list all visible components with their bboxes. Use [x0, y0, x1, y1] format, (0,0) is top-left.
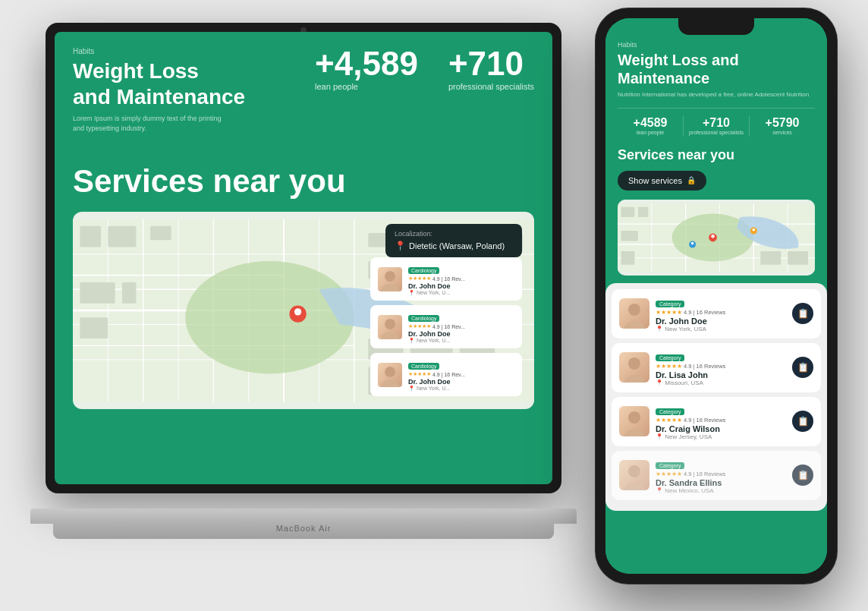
svg-point-16: [185, 261, 354, 373]
iphone-doctor-info-2: Category ★★★★★ 4.9 | 16 Reviews Dr. Lisa…: [656, 349, 786, 386]
svg-rect-54: [621, 231, 637, 241]
svg-rect-19: [150, 226, 171, 241]
iphone-doctor-rating-3: ★★★★★ 4.9 | 16 Reviews: [656, 417, 786, 424]
doctor-tag-laptop-2: Cardiology: [408, 315, 439, 322]
iphone-doctor-avatar-4: [619, 460, 649, 490]
doctor-name-laptop-1: Dr. John Doe: [408, 282, 514, 290]
iphone-stat-1: +4589 lean people: [618, 116, 684, 136]
doctor-location-laptop-2: 📍 New York, U...: [408, 338, 514, 344]
iphone-book-btn-4[interactable]: 📋: [792, 465, 813, 486]
doctor-rating-laptop-2: ★★★★★ 4.9 | 16 Rev...: [408, 323, 514, 329]
svg-point-70: [628, 465, 640, 477]
iphone-doctor-card-4[interactable]: Category ★★★★★ 4.9 | 16 Reviews Dr. Sand…: [612, 451, 821, 500]
doctor-avatar-laptop-1: [378, 267, 402, 291]
svg-point-65: [624, 321, 645, 329]
iphone-doctor-card-3[interactable]: Category ★★★★★ 4.9 | 16 Reviews Dr. Crai…: [612, 397, 821, 446]
svg-point-36: [385, 271, 395, 282]
iphone-doctor-avatar-3: [619, 406, 649, 436]
svg-point-61: [753, 228, 756, 231]
doctor-avatar-laptop-3: [378, 363, 402, 387]
map-popup: Localization: 📍 Dietetic (Warsaw, Poland…: [385, 224, 522, 257]
doctor-rating-laptop-1: ★★★★★ 4.9 | 16 Rev...: [408, 276, 514, 282]
iphone-book-btn-1[interactable]: 📋: [792, 303, 813, 324]
svg-point-35: [294, 309, 301, 316]
iphone-doctor-card-1[interactable]: Category ★★★★★ 4.9 | 16 Reviews Dr. John…: [612, 289, 821, 339]
iphone-title: Weight Loss and Maintenance: [618, 51, 815, 87]
doctor-avatar-laptop-2: [378, 315, 402, 339]
iphone-book-btn-2[interactable]: 📋: [792, 357, 813, 378]
svg-point-37: [381, 284, 399, 291]
svg-point-59: [711, 235, 714, 238]
doctor-card-laptop-2: Cardiology ★★★★★ 4.9 | 16 Rev... Dr. Joh…: [370, 305, 522, 348]
iphone-doctor-name-2: Dr. Lisa John: [656, 370, 786, 380]
laptop-description: Lorem Ipsum is simply dummy text of the …: [73, 114, 225, 133]
laptop-habits-label: Habits: [73, 47, 245, 55]
svg-rect-18: [108, 226, 136, 247]
show-services-button[interactable]: Show services 🔒: [618, 171, 706, 191]
map-pin-icon: 📍: [395, 241, 406, 251]
doctor-name-laptop-2: Dr. John Doe: [408, 330, 514, 338]
doctor-location-laptop-1: 📍 New York, U...: [408, 290, 514, 296]
svg-point-71: [624, 483, 645, 490]
doctor-name-laptop-3: Dr. John Doe: [408, 378, 514, 386]
macbook-screen-outer: Habits Weight Loss and Maintenance Lorem…: [46, 23, 561, 493]
svg-rect-21: [122, 282, 137, 304]
iphone-description: Nutrition International has developed a …: [618, 90, 815, 99]
iphone-book-btn-3[interactable]: 📋: [792, 411, 813, 432]
svg-rect-57: [788, 251, 808, 265]
laptop-map: Localization: 📍 Dietetic (Warsaw, Poland…: [73, 212, 534, 409]
svg-point-38: [385, 319, 395, 329]
laptop-title: Weight Loss and Maintenance: [73, 58, 245, 109]
iphone-doctor-rating-1: ★★★★★ 4.9 | 16 Reviews: [656, 309, 786, 316]
iphone-stat-3: +5790 services: [750, 116, 815, 136]
iphone-doctor-location-4: 📍 New Mexico, USA: [656, 487, 786, 494]
macbook-device: Habits Weight Loss and Maintenance Lorem…: [30, 23, 577, 569]
iphone-notch: [678, 18, 754, 35]
macbook-base: [30, 509, 577, 524]
doctor-tag-laptop-1: Cardiology: [408, 267, 439, 274]
doctor-card-list-laptop: Cardiology ★★★★★ 4.9 | 16 Rev... Dr. Joh…: [370, 257, 522, 396]
map-popup-label: Localization:: [395, 230, 513, 238]
svg-rect-53: [638, 206, 648, 216]
iphone-map: [618, 200, 815, 276]
iphone-doctor-location-2: 📍 Missouri, USA: [656, 380, 786, 386]
iphone-doctor-tag-1: Category: [656, 301, 684, 307]
iphone-doctor-location-1: 📍 New York, USA: [656, 326, 786, 332]
iphone-screen: Habits Weight Loss and Maintenance Nutri…: [605, 18, 827, 574]
laptop-services-title: Services near you: [73, 163, 534, 200]
iphone-stats: +4589 lean people +710 professional spec…: [618, 108, 815, 136]
iphone-doctor-tag-3: Category: [656, 408, 684, 415]
iphone-doctor-avatar-1: [619, 298, 649, 329]
svg-point-63: [691, 241, 694, 244]
iphone-doctor-card-2[interactable]: Category ★★★★★ 4.9 | 16 Reviews Dr. Lisa…: [612, 343, 821, 392]
svg-rect-20: [80, 282, 115, 304]
scene: Habits Weight Loss and Maintenance Lorem…: [0, 0, 868, 611]
doctor-card-laptop-1: Cardiology ★★★★★ 4.9 | 16 Rev... Dr. Joh…: [370, 257, 522, 301]
laptop-app: Habits Weight Loss and Maintenance Lorem…: [55, 32, 552, 484]
laptop-stats: +4,589 lean people +710 professional spe…: [315, 47, 534, 91]
iphone-doctor-name-4: Dr. Sandra Ellins: [656, 478, 786, 487]
doctor-card-laptop-3: Cardiology ★★★★★ 4.9 | 16 Rev... Dr. Joh…: [370, 353, 522, 396]
iphone-doctor-name-1: Dr. John Doe: [656, 317, 786, 326]
svg-point-67: [624, 375, 645, 383]
lock-icon: 🔒: [687, 176, 696, 184]
iphone-habits-label: Habits: [618, 41, 815, 49]
svg-point-64: [628, 304, 640, 316]
iphone-doctor-tag-2: Category: [656, 354, 684, 361]
iphone-doctor-location-3: 📍 New Jersey, USA: [656, 433, 786, 440]
doctor-info-laptop-1: Cardiology ★★★★★ 4.9 | 16 Rev... Dr. Joh…: [408, 262, 514, 296]
iphone-device: Habits Weight Loss and Maintenance Nutri…: [595, 8, 838, 584]
svg-rect-52: [621, 206, 634, 216]
svg-rect-22: [80, 318, 108, 339]
svg-rect-17: [80, 226, 101, 247]
iphone-stat-2: +710 professional specialists: [684, 116, 750, 136]
macbook-screen: Habits Weight Loss and Maintenance Lorem…: [55, 32, 552, 484]
doctor-rating-laptop-3: ★★★★★ 4.9 | 16 Rev...: [408, 371, 514, 377]
svg-point-69: [624, 429, 645, 436]
svg-point-66: [628, 357, 640, 370]
svg-point-40: [385, 367, 395, 377]
iphone-doctor-info-4: Category ★★★★★ 4.9 | 16 Reviews Dr. Sand…: [656, 457, 786, 494]
laptop-stat-1: +4,589 lean people: [315, 47, 418, 91]
iphone-doctor-tag-4: Category: [656, 462, 684, 469]
macbook-label: MacBook Air: [276, 524, 332, 533]
